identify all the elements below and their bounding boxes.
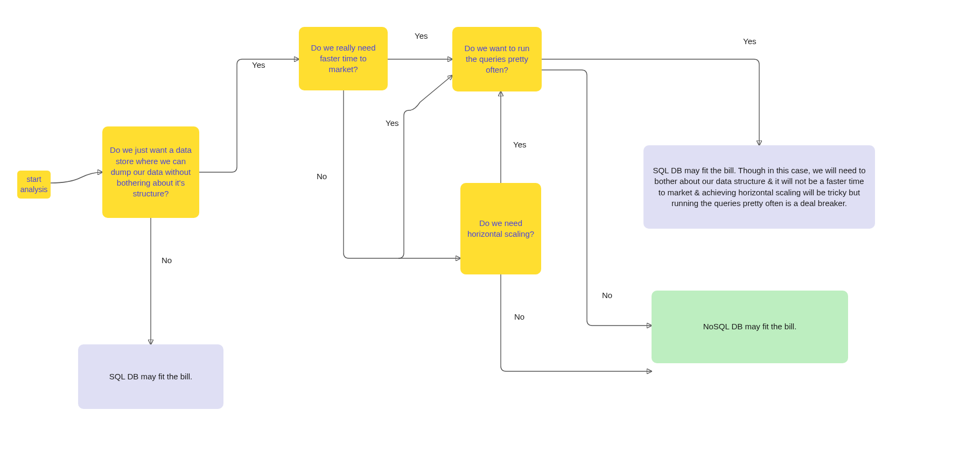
node-queries-question: Do we want to run the queries pretty oft…: [452, 27, 542, 91]
node-start-text: start analysis: [20, 174, 48, 195]
label-queries-no: No: [602, 291, 612, 300]
label-dump-yes: Yes: [252, 60, 265, 69]
node-queries-text: Do we want to run the queries pretty oft…: [459, 43, 535, 76]
label-scaling-no: No: [514, 312, 524, 321]
node-faster-question: Do we really need faster time to market?: [299, 27, 388, 90]
node-scaling-text: Do we need horizontal scaling?: [467, 218, 535, 240]
node-sql-long: SQL DB may fit the bill. Though in this …: [643, 145, 875, 229]
node-dump-question: Do we just want a data store where we ca…: [102, 126, 199, 218]
label-scaling-yes-mid: Yes: [513, 140, 526, 149]
label-queries-yes: Yes: [743, 37, 756, 46]
node-nosql: NoSQL DB may fit the bill.: [652, 291, 848, 363]
node-faster-text: Do we really need faster time to market?: [305, 43, 381, 75]
label-faster-yes: Yes: [415, 31, 428, 40]
node-scaling-question: Do we need horizontal scaling?: [460, 183, 541, 274]
node-sql-long-text: SQL DB may fit the bill. Though in this …: [652, 165, 866, 209]
node-sql-simple: SQL DB may fit the bill.: [78, 344, 223, 409]
node-dump-text: Do we just want a data store where we ca…: [109, 145, 193, 199]
node-nosql-text: NoSQL DB may fit the bill.: [703, 321, 797, 332]
node-sql-simple-text: SQL DB may fit the bill.: [109, 371, 193, 382]
label-dump-no: No: [162, 256, 172, 265]
label-scaling-yes-top: Yes: [386, 118, 398, 128]
node-start: start analysis: [17, 171, 51, 199]
label-faster-no: No: [317, 172, 327, 181]
